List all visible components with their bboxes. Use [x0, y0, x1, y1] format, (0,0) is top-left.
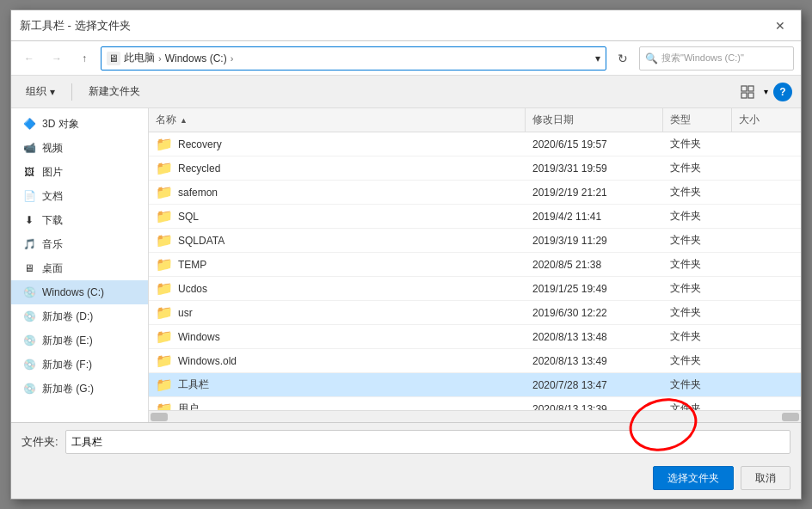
file-size-cell	[732, 373, 801, 396]
computer-icon: 🖥	[107, 52, 120, 65]
view-icon	[741, 85, 754, 99]
scrollbar-thumb-right[interactable]	[782, 413, 799, 421]
file-type-cell: 文件夹	[663, 301, 732, 324]
sidebar-item-label: Windows (C:)	[42, 286, 104, 298]
file-list[interactable]: 📁 Recovery 2020/6/15 19:57 文件夹 📁 Recycle…	[149, 132, 801, 410]
new-folder-label: 新建文件夹	[89, 84, 140, 99]
file-name: Recycled	[178, 163, 220, 175]
folder-icon: 📁	[156, 256, 173, 273]
file-name: 工具栏	[178, 377, 209, 392]
file-name: Ucdos	[178, 283, 207, 295]
table-row[interactable]: 📁 Windows 2020/8/13 13:48 文件夹	[149, 325, 801, 349]
file-modified-cell: 2019/4/2 11:41	[526, 205, 663, 228]
file-name-cell: 📁 Windows	[149, 325, 526, 348]
sidebar-item-d[interactable]: 💿 新加卷 (D:)	[11, 304, 148, 328]
folder-icon: 📁	[156, 377, 173, 393]
path-computer: 此电脑	[124, 51, 155, 65]
folder-icon: 📁	[156, 280, 173, 297]
table-row[interactable]: 📁 Recovery 2020/6/15 19:57 文件夹	[149, 132, 801, 156]
file-type-cell: 文件夹	[663, 229, 732, 252]
organize-button[interactable]: 组织 ▾	[20, 81, 61, 102]
table-row[interactable]: 📁 usr 2019/6/30 12:22 文件夹	[149, 301, 801, 325]
drive-icon: 💿	[22, 333, 37, 348]
sidebar-item-c[interactable]: 💿 Windows (C:)	[11, 280, 148, 304]
file-name: Recovery	[178, 138, 222, 150]
file-type: 文件夹	[670, 257, 701, 272]
horizontal-scrollbar[interactable]	[149, 410, 801, 422]
col-size[interactable]: 大小	[732, 108, 801, 132]
table-row[interactable]: 📁 Ucdos 2019/1/25 19:49 文件夹	[149, 277, 801, 301]
table-row[interactable]: 📁 Windows.old 2020/8/13 13:49 文件夹	[149, 349, 801, 373]
sidebar-item-download[interactable]: ⬇ 下载	[11, 208, 148, 232]
view-toggle-button[interactable]	[736, 81, 759, 103]
help-button[interactable]: ?	[773, 83, 792, 101]
file-modified-cell: 2019/1/25 19:49	[526, 277, 663, 300]
table-row[interactable]: 📁 SQLDATA 2019/3/19 11:29 文件夹	[149, 229, 801, 253]
file-size-cell	[732, 277, 801, 300]
file-size-cell	[732, 325, 801, 348]
path-dropdown-arrow[interactable]: ▾	[595, 52, 600, 64]
sidebar-item-3d[interactable]: 🔷 3D 对象	[11, 112, 148, 136]
file-modified-cell: 2020/8/13 13:49	[526, 349, 663, 372]
svg-rect-0	[741, 86, 747, 91]
scrollbar-thumb-left[interactable]	[151, 413, 168, 421]
up-button[interactable]: ↑	[73, 47, 95, 70]
file-name-cell: 📁 Recycled	[149, 156, 526, 180]
col-name[interactable]: 名称 ▲	[149, 108, 526, 132]
close-button[interactable]: ✕	[768, 14, 792, 38]
table-row[interactable]: 📁 Recycled 2019/3/31 19:59 文件夹	[149, 156, 801, 181]
sidebar-item-image[interactable]: 🖼 图片	[11, 160, 148, 184]
file-modified-cell: 2020/8/5 21:38	[526, 253, 663, 276]
sidebar-item-g[interactable]: 💿 新加卷 (G:)	[11, 377, 148, 401]
file-name: Windows	[178, 331, 220, 343]
refresh-button[interactable]: ↻	[612, 47, 634, 70]
forward-button[interactable]: →	[46, 47, 68, 70]
file-modified: 2020/6/15 19:57	[532, 138, 607, 150]
download-icon: ⬇	[22, 212, 37, 228]
file-type: 文件夹	[670, 353, 701, 368]
file-modified-cell: 2019/6/30 12:22	[526, 301, 663, 324]
svg-rect-2	[741, 93, 747, 98]
file-size-cell	[732, 397, 801, 410]
drive-icon: 💿	[22, 309, 37, 324]
sidebar-item-desktop[interactable]: 🖥 桌面	[11, 256, 148, 280]
back-button[interactable]: ←	[18, 47, 40, 70]
table-row[interactable]: 📁 TEMP 2020/8/5 21:38 文件夹	[149, 253, 801, 277]
address-path[interactable]: 🖥 此电脑 › Windows (C:) › ▾	[101, 46, 606, 71]
folder-input[interactable]	[65, 430, 790, 454]
file-name: SQLDATA	[178, 235, 225, 247]
main-content: 🔷 3D 对象 📹 视频 🖼 图片 📄 文档 ⬇ 下载 🎵 音乐 🖥 桌面 💿 …	[11, 108, 801, 422]
file-size-cell	[732, 349, 801, 372]
sidebar-item-video[interactable]: 📹 视频	[11, 136, 148, 160]
folder-icon: 📁	[156, 184, 173, 200]
title-bar-left: 新工具栏 - 选择文件夹	[20, 18, 131, 34]
table-row[interactable]: 📁 工具栏 2020/7/28 13:47 文件夹	[149, 373, 801, 397]
cancel-button[interactable]: 取消	[741, 466, 790, 490]
sidebar-item-music[interactable]: 🎵 音乐	[11, 232, 148, 256]
col-modified[interactable]: 修改日期	[526, 108, 663, 132]
file-type: 文件夹	[670, 233, 701, 248]
file-name-cell: 📁 usr	[149, 301, 526, 324]
file-name-cell: 📁 SQLDATA	[149, 229, 526, 252]
file-name-cell: 📁 用户	[149, 397, 526, 410]
view-dropdown-arrow[interactable]: ▾	[764, 87, 768, 96]
file-name: Windows.old	[178, 355, 237, 367]
table-row[interactable]: 📁 safemon 2019/2/19 21:21 文件夹	[149, 181, 801, 205]
sidebar-item-doc[interactable]: 📄 文档	[11, 184, 148, 208]
file-list-header: 名称 ▲ 修改日期 类型 大小	[149, 108, 801, 132]
sidebar-item-f[interactable]: 💿 新加卷 (F:)	[11, 353, 148, 377]
file-type-cell: 文件夹	[663, 132, 732, 156]
folder-label: 文件夹:	[22, 434, 58, 450]
sidebar-item-e[interactable]: 💿 新加卷 (E:)	[11, 328, 148, 353]
table-row[interactable]: 📁 用户 2020/8/13 13:39 文件夹	[149, 397, 801, 410]
file-type: 文件夹	[670, 305, 701, 320]
file-type-cell: 文件夹	[663, 181, 732, 204]
col-type[interactable]: 类型	[663, 108, 732, 132]
search-box[interactable]: 🔍 搜索"Windows (C:)"	[639, 46, 794, 71]
file-modified: 2019/2/19 21:21	[532, 187, 607, 199]
sort-arrow: ▲	[180, 116, 188, 125]
scrollbar-track	[168, 413, 782, 421]
table-row[interactable]: 📁 SQL 2019/4/2 11:41 文件夹	[149, 205, 801, 229]
new-folder-button[interactable]: 新建文件夹	[83, 81, 146, 102]
select-folder-button[interactable]: 选择文件夹	[653, 466, 734, 490]
